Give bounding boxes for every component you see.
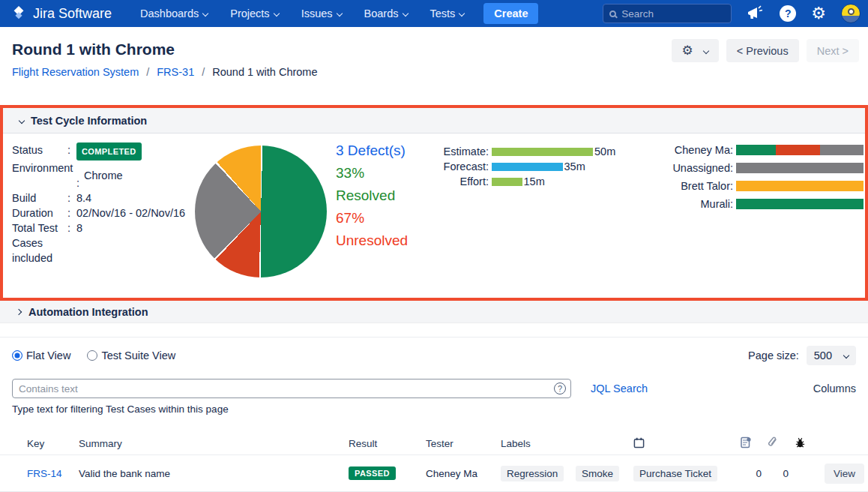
chevron-down-icon: [402, 10, 408, 16]
table-header: Key Summary Result Tester Labels: [0, 433, 868, 455]
jql-search-link[interactable]: JQL Search: [591, 382, 648, 394]
test-cycle-panel: Test Cycle Information Status : COMPLETE…: [3, 108, 865, 298]
header-actions: ⚙ < Previous Next >: [672, 39, 859, 62]
breadcrumb-current: Round 1 with Chrome: [212, 66, 317, 78]
time-tracking-chart: Estimate:50mForecast:35mEffort:15m: [442, 144, 615, 189]
info-environment-row: Environment : Chrome: [12, 160, 192, 190]
schedule-chip[interactable]: Purchase Ticket: [633, 466, 717, 482]
test-steps-icon[interactable]: [741, 436, 768, 451]
tester-bar: [736, 145, 864, 155]
automation-integration-header[interactable]: Automation Integration: [0, 301, 868, 323]
defect-count[interactable]: 3 Defect(s): [336, 140, 408, 162]
col-result[interactable]: Result: [349, 438, 426, 449]
filter-bar: ? JQL Search Columns: [0, 379, 868, 398]
attachment-paperclip-icon[interactable]: [768, 436, 795, 451]
label-chip[interactable]: Smoke: [576, 466, 619, 482]
user-avatar[interactable]: [841, 4, 861, 23]
defect-pie-chart: [195, 146, 327, 278]
megaphone-icon[interactable]: [747, 5, 765, 22]
nav-tests[interactable]: Tests: [430, 8, 465, 20]
tester-bar: [736, 199, 864, 209]
chevron-down-icon: [202, 10, 208, 16]
help-icon[interactable]: ?: [780, 5, 796, 22]
radio-unselected-icon: [87, 350, 97, 361]
tester-progress-chart: Cheney Ma:Unassigned:Brett Talor:Murali:: [663, 141, 864, 213]
info-status-row: Status : COMPLETED: [12, 142, 192, 160]
nav-boards[interactable]: Boards: [364, 8, 408, 20]
bug-icon[interactable]: [795, 437, 823, 451]
tester-bar: [736, 181, 864, 191]
col-summary[interactable]: Summary: [79, 438, 349, 449]
docs-count: 0: [741, 468, 768, 479]
filter-help-icon[interactable]: ?: [554, 382, 566, 394]
page-size-label: Page size:: [748, 350, 799, 362]
view-controls: Flat View Test Suite View Page size: 500: [0, 337, 868, 373]
chevron-down-icon: [19, 117, 25, 123]
chevron-down-icon: [703, 47, 709, 53]
previous-button[interactable]: < Previous: [726, 39, 799, 62]
status-badge: COMPLETED: [76, 142, 142, 160]
time-tracking-row: Forecast:35m: [442, 159, 615, 174]
page-header: Round 1 with Chrome Flight Reservation S…: [0, 27, 868, 105]
next-button: Next >: [807, 39, 859, 62]
search-input[interactable]: Search: [603, 4, 732, 23]
col-key[interactable]: Key: [27, 438, 79, 449]
tester-row: Unassigned:: [663, 159, 864, 177]
annotation-highlight-box: Test Cycle Information Status : COMPLETE…: [0, 105, 868, 301]
cycle-info-list: Status : COMPLETED Environment : Chrome …: [12, 142, 192, 266]
nav-dashboards[interactable]: Dashboards: [140, 8, 208, 20]
tester-row: Murali:: [663, 195, 864, 213]
defect-summary: 3 Defect(s) 33% Resolved 67% Unresolved: [336, 140, 408, 252]
label-chip[interactable]: Regression: [501, 466, 564, 482]
jira-diamond-icon: [10, 5, 27, 22]
breadcrumb: Flight Reservation System / FRS-31 / Rou…: [12, 66, 856, 78]
chevron-right-icon: [16, 308, 22, 314]
flat-view-radio[interactable]: Flat View: [12, 350, 70, 362]
attachments-count: 0: [768, 468, 795, 479]
panel-title: Test Cycle Information: [31, 115, 147, 127]
chevron-down-icon: [459, 10, 465, 16]
view-button[interactable]: View: [825, 464, 864, 484]
tester-row: Brett Talor:: [663, 177, 864, 195]
contains-text-input[interactable]: [12, 379, 571, 398]
table-row: FRS-14 Valid the bank name PASSED Cheney…: [0, 455, 868, 492]
time-bar: [492, 163, 563, 171]
col-tester[interactable]: Tester: [426, 438, 501, 449]
create-button[interactable]: Create: [483, 3, 538, 24]
nav-projects[interactable]: Projects: [230, 8, 278, 20]
test-cycle-panel-body: Status : COMPLETED Environment : Chrome …: [3, 134, 865, 298]
top-navbar: Jira Software Dashboards Projects Issues…: [0, 0, 868, 27]
chevron-down-icon: [336, 10, 342, 16]
test-suite-view-radio[interactable]: Test Suite View: [87, 350, 175, 362]
time-bar: [492, 148, 593, 156]
page-size-select[interactable]: 500: [807, 346, 856, 365]
tester-row: Cheney Ma:: [663, 141, 864, 159]
filter-help-text: Type text for filtering Test Cases withi…: [0, 398, 868, 415]
labels-cell: Regression Smoke: [501, 466, 633, 482]
cycle-settings-button[interactable]: ⚙: [672, 39, 719, 62]
tester-bar: [736, 163, 864, 173]
nav-issues[interactable]: Issues: [301, 8, 342, 20]
test-cycle-panel-header[interactable]: Test Cycle Information: [3, 108, 865, 134]
col-labels[interactable]: Labels: [501, 438, 633, 449]
radio-selected-icon: [12, 350, 22, 361]
time-bar: [492, 178, 522, 186]
settings-gear-icon[interactable]: ⚙: [811, 5, 826, 22]
nav-menu: Dashboards Projects Issues Boards Tests: [140, 8, 464, 20]
search-placeholder: Search: [621, 8, 654, 20]
testcase-key-link[interactable]: FRS-14: [27, 468, 79, 479]
result-badge[interactable]: PASSED: [349, 466, 396, 480]
columns-button[interactable]: Columns: [813, 382, 856, 394]
time-tracking-row: Effort:15m: [442, 174, 615, 189]
tester-name: Cheney Ma: [426, 468, 501, 479]
gear-icon: ⚙: [682, 44, 693, 57]
info-build-row: Build : 8.4: [12, 190, 192, 206]
chevron-down-icon: [273, 10, 279, 16]
info-duration-row: Duration : 02/Nov/16 - 02/Nov/16: [12, 206, 192, 220]
jira-logo[interactable]: Jira Software: [10, 5, 112, 22]
search-icon: [609, 10, 616, 17]
breadcrumb-project-link[interactable]: Flight Reservation System: [12, 66, 139, 78]
breadcrumb-issue-link[interactable]: FRS-31: [157, 66, 194, 78]
calendar-icon[interactable]: [633, 437, 741, 451]
navbar-right: Search ? ⚙: [603, 4, 861, 23]
